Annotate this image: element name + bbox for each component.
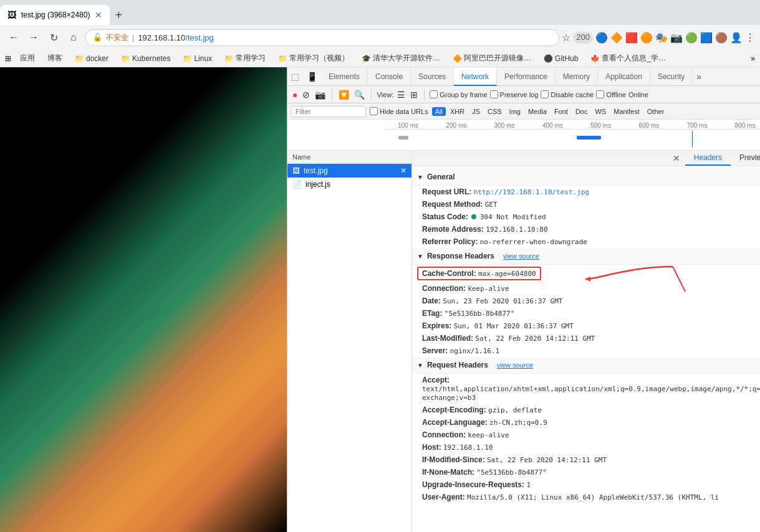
extension-icon-9[interactable]: 🟤 (715, 32, 728, 44)
headers-tabs-bar: ✕ Headers Preview Response Timing (412, 151, 760, 166)
preserve-log-checkbox[interactable]: Preserve log (490, 90, 539, 98)
bookmark-icon[interactable]: ☆ (562, 32, 570, 44)
extension-icon-1[interactable]: 🔵 (595, 32, 608, 44)
tab-security[interactable]: Security (650, 67, 693, 86)
filter-css[interactable]: CSS (484, 107, 505, 116)
menu-icon[interactable]: ⋮ (745, 32, 755, 44)
search-button[interactable]: 🔍 (353, 88, 366, 101)
address-bar[interactable]: 🔓 不安全 | 192.168.1.10/test.jpg (85, 29, 559, 46)
filter-js[interactable]: JS (469, 107, 483, 116)
field-date: Date: Sun, 23 Feb 2020 01:36:37 GMT (412, 295, 760, 307)
group-by-frame-checkbox[interactable]: Group by frame (430, 90, 487, 98)
timeline-label-400: 400 ms (529, 122, 577, 129)
tab-close-button[interactable]: ✕ (95, 10, 102, 20)
field-remote-address: Remote Address: 192.168.1.10:80 (412, 223, 760, 235)
tab-memory[interactable]: Memory (556, 67, 598, 86)
preserve-log-input[interactable] (490, 90, 498, 98)
offline-checkbox[interactable]: Offline (596, 90, 626, 98)
bookmark-apps[interactable]: 应用 (16, 52, 39, 65)
filter-doc[interactable]: Doc (572, 107, 591, 116)
bookmark-study[interactable]: 📁 常用学习 (221, 52, 269, 65)
tab-console[interactable]: Console (368, 67, 411, 86)
extension-icon-6[interactable]: 📷 (670, 32, 683, 44)
bookmark-personal[interactable]: 🍁 查看个人信息_学… (587, 52, 670, 65)
request-headers-view-source-link[interactable]: view source (497, 361, 533, 369)
navigation-bar: ← → ↻ ⌂ 🔓 不安全 | 192.168.1.10/test.jpg ☆ … (0, 25, 760, 50)
filter-icon[interactable]: 🔽 (337, 88, 350, 101)
filter-font[interactable]: Font (551, 107, 571, 116)
devtools-more-tabs[interactable]: » (693, 72, 705, 82)
general-section-header[interactable]: ▼ General (412, 169, 760, 186)
field-if-none-match: If-None-Match: "5e5136bb-8b4877" (412, 466, 760, 478)
bookmark-blog[interactable]: 博客 (44, 52, 66, 65)
filter-img[interactable]: Img (506, 107, 524, 116)
field-value-status-code: 304 Not Modified (480, 213, 546, 221)
filter-media[interactable]: Media (525, 107, 550, 116)
response-headers-view-source-link[interactable]: view source (503, 252, 539, 260)
hide-data-urls-label: Hide data URLs (380, 108, 428, 115)
back-button[interactable]: ← (5, 29, 22, 46)
view-list-icon[interactable]: ☰ (396, 88, 406, 101)
bookmark-tsinghua[interactable]: 🎓 清华大学开源软件… (358, 52, 444, 65)
file-close-testjpg[interactable]: ✕ (400, 166, 406, 175)
field-value-etag: "5e5136bb-8b4877" (445, 310, 515, 318)
disable-cache-input[interactable] (541, 90, 549, 98)
panel-close-button[interactable]: ✕ (668, 151, 685, 166)
field-name-accept-encoding: Accept-Encoding: (422, 406, 488, 414)
bookmark-label: 阿里巴巴开源镜像… (464, 53, 531, 64)
tab-application[interactable]: Application (598, 67, 650, 86)
offline-input[interactable] (596, 90, 604, 98)
tab-preview[interactable]: Preview (731, 151, 760, 166)
extension-icon-3[interactable]: 🟥 (625, 32, 638, 44)
extension-icon-2[interactable]: 🔶 (610, 32, 623, 44)
home-button[interactable]: ⌂ (65, 29, 82, 46)
tab-headers[interactable]: Headers (685, 151, 731, 166)
waterfall-inject-bar (398, 136, 408, 140)
tab-network[interactable]: Network (454, 67, 497, 86)
refresh-button[interactable]: ↻ (45, 29, 62, 46)
devtools-cursor-icon[interactable]: ⬚ (287, 72, 303, 82)
field-name-request-method: Request Method: (422, 200, 485, 209)
bookmark-docker[interactable]: 📁 docker (71, 53, 112, 64)
filter-manifest[interactable]: Manifest (610, 107, 643, 116)
response-headers-section-header[interactable]: ▼ Response Headers view source (412, 248, 760, 265)
svg-marker-1 (585, 277, 590, 282)
file-item-injectjs[interactable]: 📄 inject.js (287, 178, 411, 191)
filter-ws[interactable]: WS (592, 107, 609, 116)
bookmark-github[interactable]: ⚫ GitHub (540, 53, 582, 64)
view-grid-icon[interactable]: ⊞ (409, 88, 419, 101)
devtools-mobile-icon[interactable]: 📱 (303, 72, 321, 82)
file-item-testjpg[interactable]: 🖼 test.jpg ✕ (287, 164, 411, 178)
bookmarks-more-icon[interactable]: » (751, 54, 755, 63)
bookmark-alibaba[interactable]: 🔶 阿里巴巴开源镜像… (449, 52, 535, 65)
filter-input[interactable] (291, 106, 366, 117)
filter-all[interactable]: All (432, 107, 446, 116)
hide-data-urls-input[interactable] (370, 107, 378, 115)
filter-xhr[interactable]: XHR (447, 107, 468, 116)
hide-data-urls-checkbox[interactable]: Hide data URLs (370, 107, 428, 115)
extension-icon-5[interactable]: 🎭 (655, 32, 668, 44)
extension-icon-7[interactable]: 🟢 (685, 32, 698, 44)
bookmark-study-video[interactable]: 📁 常用学习（视频） (274, 52, 353, 65)
tab-elements[interactable]: Elements (321, 67, 368, 86)
network-timeline: 100 ms 200 ms 300 ms 400 ms 500 ms 600 m… (287, 120, 760, 151)
extension-icon-4[interactable]: 🟠 (640, 32, 653, 44)
camera-button[interactable]: 📷 (314, 88, 327, 101)
group-by-frame-input[interactable] (430, 90, 438, 98)
bookmarks-bar: ⊞ 应用 博客 📁 docker 📁 Kubernetes 📁 Linux 📁 … (0, 50, 760, 67)
disable-cache-checkbox[interactable]: Disable cache (541, 90, 594, 98)
extension-icon-8[interactable]: 🟦 (700, 32, 713, 44)
stop-button[interactable]: ⊘ (301, 88, 311, 101)
forward-button[interactable]: → (25, 29, 42, 46)
record-button[interactable]: ● (291, 88, 299, 101)
new-tab-button[interactable]: + (110, 8, 127, 22)
main-content: ⬚ 📱 Elements Console Sources Network Per… (0, 67, 760, 532)
tab-sources[interactable]: Sources (411, 67, 454, 86)
request-headers-section-header[interactable]: ▼ Request Headers view source (412, 357, 760, 374)
filter-other[interactable]: Other (644, 107, 668, 116)
bookmark-linux[interactable]: 📁 Linux (179, 53, 216, 64)
active-tab[interactable]: 🖼 test.jpg (3968×2480) ✕ (0, 5, 110, 25)
bookmark-k8s[interactable]: 📁 Kubernetes (117, 53, 174, 64)
user-account-icon[interactable]: 👤 (730, 32, 743, 44)
tab-performance[interactable]: Performance (497, 67, 556, 86)
